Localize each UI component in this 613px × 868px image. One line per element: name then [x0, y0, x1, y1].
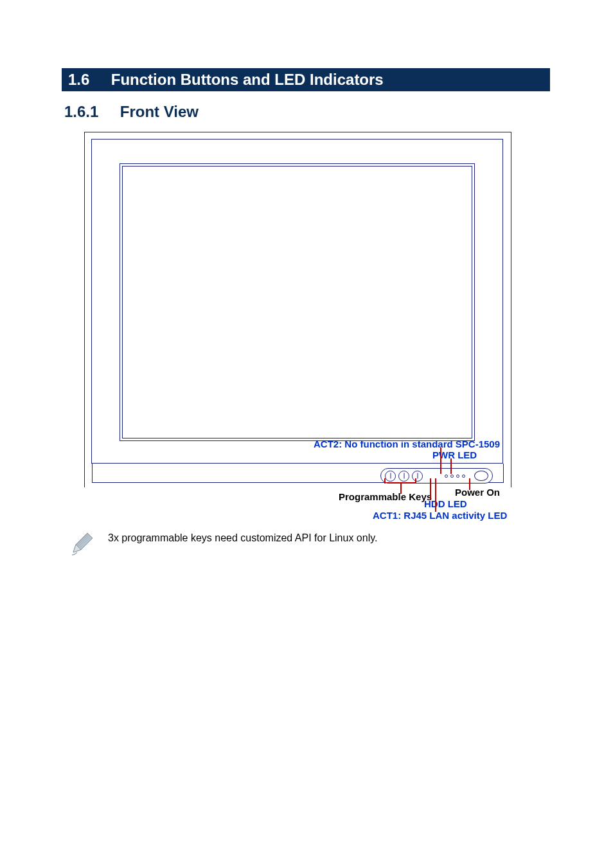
callout-line	[440, 448, 441, 474]
note-pencil-icon	[69, 530, 95, 556]
annotation-pwr-led: PWR LED	[432, 449, 477, 460]
act1-led-icon	[450, 475, 454, 478]
power-button[interactable]	[474, 471, 488, 481]
annotation-act1: ACT1: RJ45 LAN activity LED	[373, 510, 507, 521]
front-view-diagram: ACT2: No function in standard SPC-1509 P…	[84, 131, 512, 514]
annotation-programmable-keys: Programmable Keys	[339, 491, 432, 502]
callout-line	[435, 478, 436, 512]
note-text: 3x programmable keys need customized API…	[108, 532, 377, 544]
subsection-title: Front View	[120, 103, 199, 120]
subsection-sep	[103, 103, 116, 120]
callout-line	[415, 478, 416, 484]
hdd-led-icon	[445, 475, 448, 478]
annotation-act2: ACT2: No function in standard SPC-1509	[314, 439, 500, 449]
section-number: 1.6	[68, 71, 89, 88]
section-sep	[94, 71, 107, 88]
callout-line	[400, 482, 402, 494]
callout-line	[469, 478, 470, 490]
programmable-key-3[interactable]	[412, 471, 423, 482]
subsection-heading: 1.6.1 Front View	[64, 103, 199, 121]
programmable-key-1[interactable]	[385, 471, 396, 482]
section-header-bar: 1.6 Function Buttons and LED Indicators	[62, 68, 550, 91]
programmable-key-2[interactable]	[398, 471, 409, 482]
screen-border-inner	[122, 166, 472, 439]
subsection-number: 1.6.1	[64, 103, 98, 120]
section-title: Function Buttons and LED Indicators	[111, 71, 384, 88]
annotation-power-on: Power On	[455, 487, 500, 498]
pwr-led-icon	[462, 475, 465, 478]
act2-led-icon	[456, 475, 459, 478]
front-controls-strip	[380, 468, 493, 484]
callout-line	[450, 458, 452, 474]
callout-line	[384, 478, 386, 484]
callout-line	[430, 478, 431, 500]
